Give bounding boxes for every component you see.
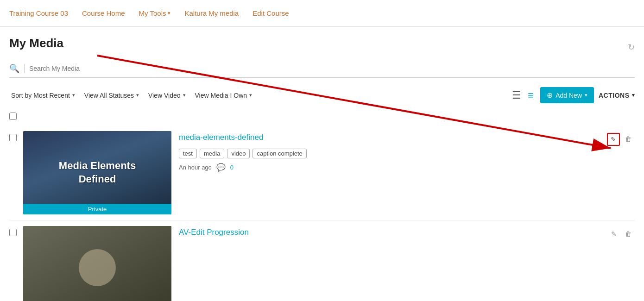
page-header: My Media ↻: [9, 36, 635, 58]
top-navigation: Training Course 03 Course Home My Tools …: [0, 0, 644, 27]
item-1-tags: test media video caption complete: [179, 149, 600, 158]
item-2-thumbnail[interactable]: [23, 226, 171, 301]
item-2-edit-button[interactable]: ✎: [608, 228, 620, 240]
item-2-delete-button[interactable]: 🗑: [622, 228, 635, 240]
item-1-info: media-elements-defined test media video …: [171, 131, 607, 174]
type-caret-icon: ▾: [183, 92, 186, 98]
item-2-checkbox[interactable]: [9, 229, 17, 236]
item-2-info: AV-Edit Progression: [171, 226, 608, 245]
add-new-caret-icon: ▾: [585, 92, 587, 98]
media-item-1: Media ElementsDefined Private media-elem…: [9, 125, 635, 220]
add-new-label: Add New: [556, 92, 582, 99]
item-2-actions: ✎ 🗑: [608, 226, 635, 240]
toolbar-right: ☰ ≡ ⊕ Add New ▾ ACTIONS ▾: [510, 87, 635, 103]
item-1-actions: ✎ 🗑: [607, 131, 635, 146]
refresh-button[interactable]: ↻: [628, 42, 635, 52]
tag-caption-complete[interactable]: caption complete: [253, 149, 306, 158]
page-title: My Media: [9, 36, 63, 50]
list-view-button[interactable]: ≡: [526, 88, 536, 102]
nav-training-course[interactable]: Training Course 03: [9, 9, 68, 17]
sort-dropdown[interactable]: Sort by Most Recent ▾: [9, 89, 77, 102]
item-1-check-cell: [9, 131, 23, 143]
actions-caret-icon: ▾: [632, 92, 635, 98]
item-1-thumbnail[interactable]: Media ElementsDefined Private: [23, 131, 171, 214]
toolbar: Sort by Most Recent ▾ View All Statuses …: [9, 87, 635, 103]
sort-caret-icon: ▾: [72, 92, 75, 98]
item-1-thumbnail-text: Media ElementsDefined: [50, 159, 145, 186]
nav-my-tools-label[interactable]: My Tools: [139, 9, 166, 17]
toolbar-left: Sort by Most Recent ▾ View All Statuses …: [9, 89, 505, 102]
tag-test[interactable]: test: [179, 149, 197, 158]
page-content: My Media ↻ 🔍 Sort by Most Recent ▾ View …: [0, 27, 644, 301]
media-list: Media ElementsDefined Private media-elem…: [9, 125, 635, 301]
select-all-row: [9, 111, 635, 122]
status-dropdown[interactable]: View All Statuses ▾: [82, 89, 141, 102]
add-new-plus-icon: ⊕: [547, 91, 553, 100]
item-1-checkbox[interactable]: [9, 134, 17, 141]
owner-label: View Media I Own: [195, 92, 247, 99]
item-2-title[interactable]: AV-Edit Progression: [179, 228, 600, 237]
item-1-thumbnail-badge: Private: [23, 204, 171, 214]
add-new-button[interactable]: ⊕ Add New ▾: [540, 87, 594, 103]
sort-label: Sort by Most Recent: [11, 92, 70, 99]
grid-view-button[interactable]: ☰: [510, 88, 523, 102]
item-1-comment-count: 0: [230, 164, 234, 171]
nav-kaltura-my-media[interactable]: Kaltura My media: [184, 9, 239, 17]
status-caret-icon: ▾: [136, 92, 139, 98]
search-divider: [24, 64, 25, 73]
media-item-2: AV-Edit Progression ✎ 🗑: [9, 220, 635, 301]
owner-dropdown[interactable]: View Media I Own ▾: [193, 89, 254, 102]
item-1-delete-button[interactable]: 🗑: [622, 133, 635, 145]
tag-media[interactable]: media: [200, 149, 224, 158]
item-2-check-cell: [9, 226, 23, 238]
item-1-meta: An hour ago 💬 0: [179, 163, 600, 172]
actions-button[interactable]: ACTIONS ▾: [599, 92, 635, 99]
item-1-title[interactable]: media-elements-defined: [179, 133, 600, 142]
view-icons: ☰ ≡: [510, 88, 536, 102]
item-1-time: An hour ago: [179, 164, 212, 171]
tag-video[interactable]: video: [227, 149, 250, 158]
type-label: View Video: [148, 92, 181, 99]
search-bar: 🔍: [9, 63, 635, 78]
item-1-comment-icon: 💬: [216, 163, 226, 172]
item-1-edit-button[interactable]: ✎: [607, 133, 620, 146]
type-dropdown[interactable]: View Video ▾: [146, 89, 188, 102]
owner-caret-icon: ▾: [249, 92, 252, 98]
status-label: View All Statuses: [84, 92, 134, 99]
search-input[interactable]: [29, 65, 635, 72]
nav-edit-course[interactable]: Edit Course: [253, 9, 289, 17]
my-tools-chevron-icon: ▾: [168, 10, 170, 16]
nav-course-home[interactable]: Course Home: [82, 9, 125, 17]
select-all-checkbox[interactable]: [9, 113, 17, 120]
search-icon: 🔍: [9, 63, 19, 74]
actions-label: ACTIONS: [599, 92, 630, 99]
nav-my-tools[interactable]: My Tools ▾: [139, 9, 171, 17]
